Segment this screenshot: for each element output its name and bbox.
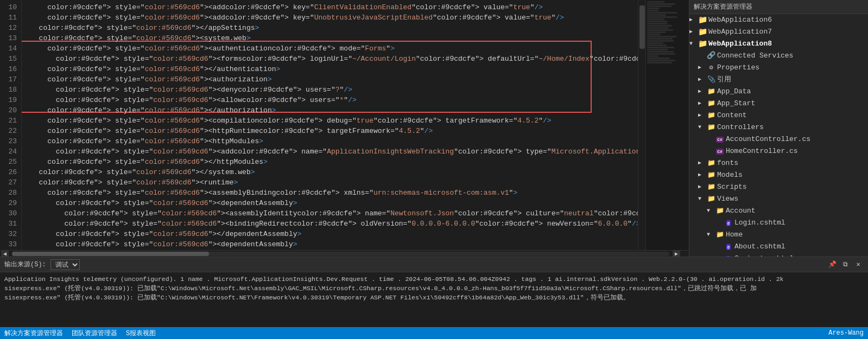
tree-arrow-app-data[interactable]: ▶	[698, 86, 707, 97]
code-line-33: color:#9cdcfe"> style="color:#569cd6"><d…	[30, 239, 638, 250]
tree-icon-webapp6: 📁	[698, 16, 707, 24]
tree-item-properties[interactable]: ▶⚙Properties	[689, 62, 868, 74]
code-line-15: color:#9cdcfe"> style="color:#569cd6"><f…	[30, 54, 638, 64]
tree-label-content: Content	[717, 110, 747, 121]
tree-arrow-scripts[interactable]: ▶	[698, 182, 707, 193]
tree-item-account-controller[interactable]: C#AccountController.cs	[689, 133, 868, 145]
tree-icon-account-folder: 📁	[715, 207, 724, 215]
tree-arrow-webapp7[interactable]: ▶	[689, 27, 698, 37]
h-scroll-thumb[interactable]	[12, 252, 209, 256]
tree-arrow-views[interactable]: ▼	[698, 194, 707, 204]
status-item-team[interactable]: 团队资源管理器	[72, 329, 117, 338]
status-item-solution[interactable]: 解决方案资源管理器	[4, 329, 63, 338]
output-toolbar: 输出来源(S): 调试 📌 ⧉ ✕	[0, 257, 868, 272]
tree-label-app-data: App_Data	[717, 86, 751, 97]
code-content[interactable]: color:#9cdcfe"> style="color:#569cd6"><a…	[22, 0, 638, 250]
tree-label-properties: Properties	[717, 62, 759, 73]
tree-item-content[interactable]: ▶📁Content	[689, 110, 868, 121]
tree-container[interactable]: ▶📁WebApplication6▶📁WebApplication7▼📁WebA…	[689, 14, 868, 257]
code-line-23: color:#9cdcfe"> style="color:#569cd6"><h…	[30, 136, 638, 146]
tree-label-webapp7: WebApplication7	[708, 27, 772, 37]
tree-label-account-controller: AccountController.cs	[726, 134, 810, 145]
tree-item-references[interactable]: ▶📎引用	[689, 74, 868, 86]
tree-item-views[interactable]: ▼📁Views	[689, 193, 868, 205]
code-line-22: color:#9cdcfe"> style="color:#569cd6"><h…	[30, 126, 638, 136]
output-source-select[interactable]: 调试	[50, 259, 80, 270]
tree-icon-content: 📁	[707, 111, 715, 120]
tree-icon-properties: ⚙	[707, 63, 715, 72]
tree-item-home-controller[interactable]: C#HomeController.cs	[689, 145, 868, 157]
tree-arrow-home-folder[interactable]: ▼	[707, 229, 715, 240]
tree-item-fonts[interactable]: ▶📁fonts	[689, 157, 868, 169]
pin-icon[interactable]: 📌	[827, 259, 838, 270]
code-line-28: color:#9cdcfe"> style="color:#569cd6"><a…	[30, 188, 638, 198]
tree-arrow-properties[interactable]: ▶	[698, 62, 707, 73]
toolbar-icons: 📌 ⧉ ✕	[827, 259, 864, 270]
tree-icon-account-controller: C#	[715, 135, 724, 144]
tree-arrow-content[interactable]: ▶	[698, 110, 707, 121]
code-line-10: color:#9cdcfe"> style="color:#569cd6"><a…	[30, 2, 638, 12]
tree-item-webapp7[interactable]: ▶📁WebApplication7	[689, 26, 868, 38]
tree-icon-home-controller: C#	[715, 147, 724, 156]
output-content: Application Insights telemetry (unconfig…	[0, 272, 868, 327]
tree-arrow-webapp6[interactable]: ▶	[689, 15, 698, 25]
tree-label-controllers: Controllers	[717, 122, 764, 133]
tree-icon-webapp8: 📁	[698, 40, 707, 48]
code-line-24: color:#9cdcfe"> style="color:#569cd6"><a…	[30, 146, 638, 157]
tree-item-models[interactable]: ▶📁Models	[689, 169, 868, 181]
tree-arrow-models[interactable]: ▶	[698, 170, 707, 181]
tree-arrow-references[interactable]: ▶	[698, 74, 707, 85]
code-line-18: color:#9cdcfe"> style="color:#569cd6"><d…	[30, 85, 638, 95]
tree-item-contact-cshtml[interactable]: @Contact.cshtml	[689, 253, 868, 257]
tree-label-app-start: App_Start	[717, 98, 755, 109]
solution-explorer-header: 解决方案资源管理器	[689, 0, 868, 14]
float-icon[interactable]: ⧉	[840, 259, 851, 270]
code-editor-wrapper: 1011121314151617181920212223242526272829…	[0, 0, 689, 250]
tree-item-home-folder[interactable]: ▼📁Home	[689, 229, 868, 241]
tree-item-connected-services[interactable]: 🔗Connected Services	[689, 50, 868, 62]
output-source-label: 输出来源(S):	[4, 260, 46, 269]
tree-label-models: Models	[717, 170, 743, 181]
tree-item-app-start[interactable]: ▶📁App_Start	[689, 98, 868, 110]
tree-item-webapp6[interactable]: ▶📁WebApplication6	[689, 14, 868, 26]
line-numbers: 1011121314151617181920212223242526272829…	[0, 0, 22, 250]
tree-arrow-app-start[interactable]: ▶	[698, 98, 707, 109]
tree-icon-references: 📎	[707, 75, 715, 84]
tree-label-views: Views	[717, 194, 738, 204]
code-line-30: color:#9cdcfe"> style="color:#569cd6"><a…	[30, 208, 638, 219]
tree-arrow-account-folder[interactable]: ▼	[707, 206, 715, 216]
code-line-12: color:#9cdcfe"> style="color:#569cd6"></…	[30, 23, 638, 33]
tree-icon-app-start: 📁	[707, 99, 715, 108]
tree-icon-controllers: 📁	[707, 123, 715, 132]
code-line-21: color:#9cdcfe"> style="color:#569cd6"><c…	[30, 116, 638, 126]
tree-label-login-cshtml: Login.cshtml	[734, 218, 785, 228]
tree-item-webapp8[interactable]: ▼📁WebApplication8	[689, 38, 868, 50]
tree-arrow-webapp8[interactable]: ▼	[689, 39, 698, 49]
tree-item-account-folder[interactable]: ▼📁Account	[689, 205, 868, 217]
h-scroll-track[interactable]	[12, 252, 669, 256]
tree-item-app-data[interactable]: ▶📁App_Data	[689, 86, 868, 98]
tree-label-home-folder: Home	[726, 229, 743, 240]
tree-label-about-cshtml: About.cshtml	[734, 241, 785, 252]
editor-area: 1011121314151617181920212223242526272829…	[0, 0, 689, 257]
close-output-icon[interactable]: ✕	[853, 259, 864, 270]
main-area: 1011121314151617181920212223242526272829…	[0, 0, 868, 257]
tree-item-scripts[interactable]: ▶📁Scripts	[689, 181, 868, 193]
tree-item-controllers[interactable]: ▼📁Controllers	[689, 121, 868, 133]
editor-horizontal-scrollbar[interactable]: ◀ ▶	[0, 250, 689, 257]
tree-arrow-fonts[interactable]: ▶	[698, 158, 707, 169]
tree-item-about-cshtml[interactable]: @About.cshtml	[689, 241, 868, 253]
tree-arrow-controllers[interactable]: ▼	[698, 122, 707, 133]
tree-icon-login-cshtml: @	[724, 219, 733, 227]
code-line-32: color:#9cdcfe"> style="color:#569cd6"></…	[30, 229, 638, 239]
tree-item-login-cshtml[interactable]: @Login.cshtml	[689, 217, 868, 229]
tree-label-home-controller: HomeController.cs	[726, 146, 798, 157]
code-line-34: color:#9cdcfe"> style="color:#569cd6"><a…	[30, 250, 638, 250]
status-item-report[interactable]: S报表视图	[126, 329, 156, 338]
tree-icon-models: 📁	[707, 171, 715, 180]
tree-label-webapp8: WebApplication8	[708, 39, 772, 49]
v-scroll-thumb[interactable]	[639, 5, 645, 49]
solution-explorer: 解决方案资源管理器 ▶📁WebApplication6▶📁WebApplicat…	[689, 0, 868, 257]
tree-icon-app-data: 📁	[707, 87, 715, 96]
vertical-scrollbar[interactable]	[638, 0, 645, 250]
